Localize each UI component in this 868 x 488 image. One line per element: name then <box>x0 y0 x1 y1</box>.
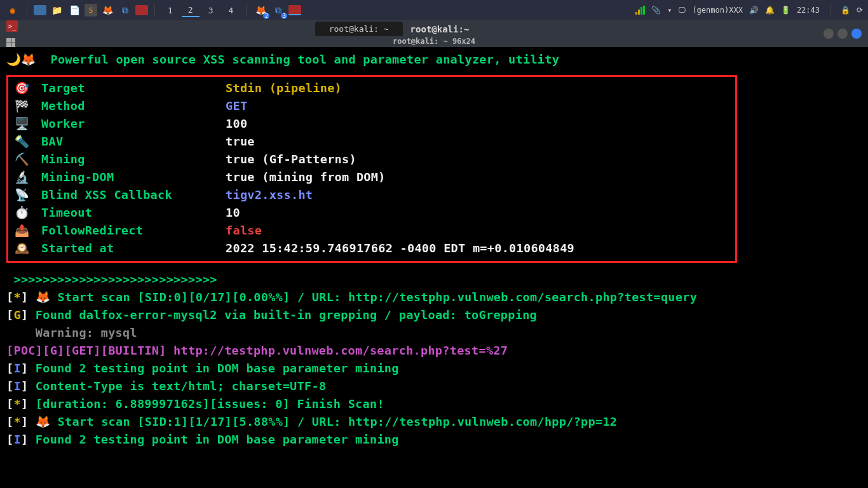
workspace-1[interactable]: 1 <box>161 4 179 17</box>
config-row: 🎯TargetStdin (pipeline) <box>15 79 729 97</box>
config-key: Mining-DOM <box>41 168 226 186</box>
task-app-1-icon[interactable]: 🦊2 <box>253 3 268 18</box>
system-taskbar: ◉ 📁 📄 S 🦊 ⧉ 1 2 3 4 🦊2 ⧉3 📎 ▾ 🖵 (genmon)… <box>0 0 868 20</box>
sublime-icon[interactable]: S <box>85 4 97 17</box>
config-value: GET <box>226 97 247 115</box>
log-line: [*] [duration: 6.889997162s][issues: 0] … <box>6 395 862 413</box>
config-row: 🕰️Started at2022 15:42:59.746917662 -040… <box>15 240 729 257</box>
config-value: true (mining from DOM) <box>226 168 386 186</box>
config-value: 10 <box>226 204 240 222</box>
config-key: Worker <box>41 115 226 133</box>
config-icon: 🔦 <box>15 133 41 151</box>
task-app-2-icon[interactable]: ⧉3 <box>271 3 286 18</box>
config-key: Blind XSS Callback <box>41 186 226 204</box>
config-key: FollowRedirect <box>41 222 226 240</box>
tool-subtitle: 🌙🦊 Powerful open source XSS scanning too… <box>6 51 862 69</box>
task-terminal-icon[interactable] <box>288 5 301 15</box>
window-subtitle: root@kali: ~ 96x24 <box>393 37 475 46</box>
document-icon[interactable]: 📄 <box>67 3 82 18</box>
close-button[interactable] <box>851 29 862 39</box>
log-line: Warning: mysql <box>6 324 862 342</box>
config-row: ⛏️Miningtrue (Gf-Patterns) <box>15 151 729 168</box>
config-row: 🏁MethodGET <box>15 97 729 115</box>
network-graph-icon <box>635 6 645 15</box>
display-icon[interactable]: 🖵 <box>678 6 686 15</box>
config-key: Started at <box>41 240 226 257</box>
config-key: Mining <box>41 151 226 168</box>
power-icon[interactable]: ⟳ <box>857 6 863 15</box>
log-line: [G] Found dalfox-error-mysql2 via built-… <box>6 306 862 324</box>
terminal-output: 🌙🦊 Powerful open source XSS scanning too… <box>0 47 868 488</box>
log-line: [*] 🦊 Start scan [SID:0][0/17][0.00%%] /… <box>6 288 862 306</box>
battery-icon[interactable]: 🔋 <box>781 6 790 15</box>
config-value: Stdin (pipeline) <box>226 79 342 97</box>
notification-icon[interactable]: 🔔 <box>765 6 775 15</box>
config-row: 📡Blind XSS Callbacktigv2.xss.ht <box>15 186 729 204</box>
terminal-titlebar: >_ root@kali: ~ root@kali:~ root@kali: ~… <box>0 20 868 47</box>
config-value: 2022 15:42:59.746917662 -0400 EDT m=+0.0… <box>226 240 574 257</box>
config-icon: 📤 <box>15 222 41 240</box>
config-key: Method <box>41 97 226 115</box>
vscode-icon[interactable]: ⧉ <box>118 3 133 18</box>
workspace-2[interactable]: 2 <box>182 4 200 17</box>
workspace-4[interactable]: 4 <box>222 4 240 17</box>
window-title: root@kali:~ <box>410 24 470 34</box>
config-key: BAV <box>41 133 226 151</box>
config-icon: 🏁 <box>15 97 41 115</box>
config-row: ⏱️Timeout10 <box>15 204 729 222</box>
config-value: tigv2.xss.ht <box>226 186 313 204</box>
config-icon: 🎯 <box>15 79 41 97</box>
config-value: false <box>226 222 262 240</box>
dropdown-icon[interactable]: ▾ <box>667 6 672 15</box>
terminal-launcher-icon[interactable] <box>135 5 148 15</box>
config-key: Timeout <box>41 204 226 222</box>
config-value: 100 <box>226 115 247 133</box>
workspace-3[interactable]: 3 <box>202 4 220 17</box>
config-key: Target <box>41 79 226 97</box>
files-icon[interactable]: 📁 <box>49 3 64 18</box>
firefox-icon[interactable]: ◉ <box>5 3 20 18</box>
desktop-icon[interactable] <box>34 5 46 15</box>
terminal-tab[interactable]: root@kali: ~ <box>315 22 403 36</box>
config-icon: ⛏️ <box>15 151 41 168</box>
volume-icon[interactable]: 🔊 <box>749 6 759 15</box>
config-row: 📤FollowRedirectfalse <box>15 222 729 240</box>
config-icon: 🖥️ <box>15 115 41 133</box>
config-value: true <box>226 133 255 151</box>
config-icon: 📡 <box>15 186 41 204</box>
config-row: 🔬Mining-DOMtrue (mining from DOM) <box>15 168 729 186</box>
log-line: [I] Content-Type is text/html; charset=U… <box>6 377 862 395</box>
maximize-button[interactable] <box>837 29 848 39</box>
clock: 22:43 <box>797 6 820 15</box>
log-line: [I] Found 2 testing point in DOM base pa… <box>6 360 862 377</box>
lock-icon[interactable]: 🔒 <box>841 6 850 15</box>
config-value: true (Gf-Patterns) <box>226 151 356 168</box>
firefox-icon-2[interactable]: 🦊 <box>100 3 115 18</box>
config-row: 🖥️Worker100 <box>15 115 729 133</box>
config-icon: 🕰️ <box>15 240 41 257</box>
log-poc-line: [POC][G][GET][BUILTIN] http://testphp.vu… <box>6 342 862 360</box>
genmon-label: (genmon)XXX <box>692 6 742 15</box>
config-icon: 🔬 <box>15 168 41 186</box>
config-row: 🔦BAVtrue <box>15 133 729 151</box>
log-line: [*] 🦊 Start scan [SID:1][1/17][5.88%%] /… <box>6 413 862 431</box>
config-box: 🎯TargetStdin (pipeline)🏁MethodGET🖥️Worke… <box>6 75 737 263</box>
minimize-button[interactable] <box>824 29 834 39</box>
separator-chevrons: >>>>>>>>>>>>>>>>>>>>>>>>>>>> <box>6 271 862 288</box>
config-icon: ⏱️ <box>15 204 41 222</box>
attachment-icon[interactable]: 📎 <box>651 6 661 15</box>
log-line: [I] Found 2 testing point in DOM base pa… <box>6 431 862 449</box>
